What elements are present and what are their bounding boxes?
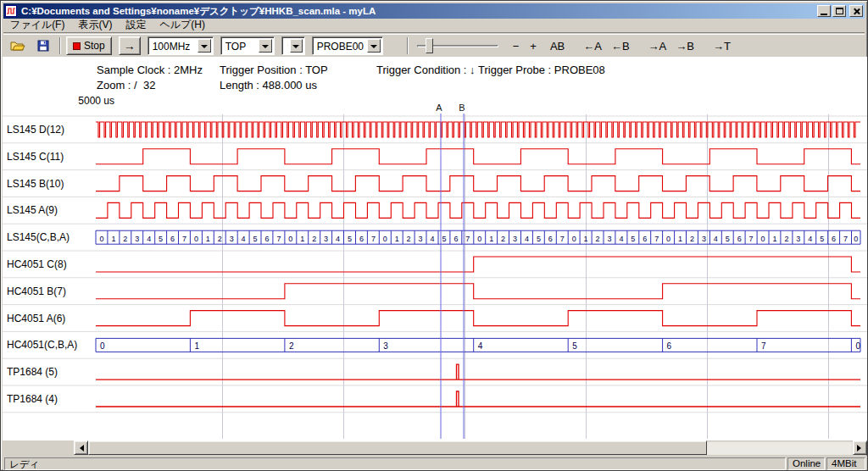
bus-value: 5 <box>572 341 577 351</box>
marker-label-a: A <box>436 103 442 113</box>
bus-value: 0 <box>100 341 105 351</box>
stop-button[interactable]: Stop <box>66 36 112 55</box>
app-window: C:¥Documents and Settings¥noname¥デスクトップ¥… <box>0 0 868 471</box>
bus-value: 7 <box>371 235 376 243</box>
bus-value: 5 <box>348 235 352 243</box>
zoom-in-button[interactable]: + <box>527 38 539 54</box>
trigger-position-dropdown-button[interactable] <box>259 39 272 53</box>
scrollbar-track[interactable] <box>88 441 853 455</box>
sample-clock-dropdown-button[interactable] <box>198 39 211 53</box>
save-button[interactable] <box>32 36 54 55</box>
menu-item-settings[interactable]: 設定 <box>119 17 153 34</box>
bus-value: 0 <box>383 235 387 243</box>
ab-button[interactable]: AB <box>548 38 567 54</box>
channel-label-hc4051-c-8[interactable]: HC4051 C(8) <box>7 258 67 270</box>
channel-label-hc4051-b-7[interactable]: HC4051 B(7) <box>7 285 66 297</box>
bus-value: 5 <box>442 235 446 243</box>
maximize-button[interactable] <box>832 5 846 17</box>
goto-b-prev-button[interactable]: ←B <box>609 38 632 54</box>
channel-label-ls145-c-b-a[interactable]: LS145(C,B,A) <box>7 231 70 243</box>
scroll-right-button[interactable] <box>853 441 867 455</box>
stop-label: Stop <box>84 40 105 52</box>
app-icon <box>5 5 19 17</box>
channel-label-hc4051-a-6[interactable]: HC4051 A(6) <box>7 313 65 324</box>
toolbar: Stop → 100MHzTOP↑PROBE00 −+AB←A←B→A→B→T <box>3 34 865 57</box>
channel-labels: LS145 D(12)LS145 C(11)LS145 B(10)LS145 A… <box>3 57 92 441</box>
bus-value: 7 <box>761 341 766 351</box>
channel-label-tp1684-4[interactable]: TP1684 (4) <box>7 393 58 405</box>
sample-clock-value: 100MHz <box>148 37 196 54</box>
slider-thumb[interactable] <box>426 38 433 53</box>
channel-label-hc4051-c-b-a[interactable]: HC4051(C,B,A) <box>7 339 77 351</box>
bus-value: 3 <box>383 341 388 351</box>
trigger-edge-dropdown-button[interactable] <box>290 39 303 53</box>
minimize-icon <box>821 14 827 15</box>
goto-trigger-button[interactable]: →T <box>710 38 733 54</box>
maximize-icon <box>836 8 843 14</box>
scrollbar-thumb[interactable] <box>88 441 707 455</box>
bus-value: 0 <box>855 341 860 351</box>
bus-value: 5 <box>253 235 258 243</box>
bus-value: 1 <box>489 235 493 243</box>
trigger-edge-combo[interactable]: ↑ <box>281 36 305 55</box>
waveform-tp1684-4 <box>96 391 860 407</box>
bus-value: 1 <box>300 235 304 243</box>
bus-value: 2 <box>784 235 788 243</box>
channel-label-ls145-b-10[interactable]: LS145 B(10) <box>7 178 64 190</box>
menu-item-view[interactable]: 表示(V) <box>71 17 119 34</box>
waveform-hc4051-c-8 <box>96 257 860 272</box>
scroll-left-button[interactable] <box>74 441 88 455</box>
bus-value: 2 <box>690 235 694 243</box>
bus-value: 7 <box>465 235 470 243</box>
goto-a-next-button[interactable]: →A <box>646 38 670 54</box>
waveform-ls145-c-11 <box>96 149 860 164</box>
window-title: C:¥Documents and Settings¥noname¥デスクトップ¥… <box>21 5 814 18</box>
menu-item-help[interactable]: ヘルプ(H) <box>153 17 212 34</box>
channel-label-tp1684-5[interactable]: TP1684 (5) <box>7 366 58 378</box>
bus-value: 6 <box>264 235 269 243</box>
bus-value: 6 <box>453 235 458 243</box>
trigger-position-value: TOP <box>221 37 257 54</box>
menu-item-file[interactable]: ファイル(F) <box>3 17 71 34</box>
bus-value: 3 <box>230 235 234 243</box>
bus-value: 5 <box>820 235 824 243</box>
arrow-right-icon <box>857 445 865 452</box>
bus-value: 6 <box>667 341 672 351</box>
zoom-slider[interactable] <box>415 36 500 55</box>
status-bar: レディ Online 4MBit <box>3 456 867 470</box>
trigger-position-combo[interactable]: TOP <box>220 36 275 55</box>
trigger-edge-value: ↑ <box>282 37 288 54</box>
bus-value: 3 <box>324 235 328 243</box>
arrow-left-icon <box>76 445 84 452</box>
channel-label-ls145-c-11[interactable]: LS145 C(11) <box>7 151 64 163</box>
stop-icon <box>73 42 81 50</box>
goto-a-prev-button[interactable]: ←A <box>581 38 604 54</box>
minimize-button[interactable] <box>817 5 831 17</box>
close-button[interactable] <box>849 5 863 17</box>
channel-label-ls145-a-9[interactable]: LS145 A(9) <box>7 204 58 216</box>
sample-clock-combo[interactable]: 100MHz <box>147 36 214 55</box>
bus-value: 1 <box>395 235 399 243</box>
bus-value: 1 <box>678 235 682 243</box>
channel-label-ls145-d-12[interactable]: LS145 D(12) <box>7 124 64 136</box>
bus-value: 7 <box>654 235 659 243</box>
zoom-out-button[interactable]: − <box>510 38 522 54</box>
scrollbar-corner <box>3 441 74 455</box>
horizontal-scrollbar[interactable] <box>3 441 867 455</box>
chevron-down-icon <box>370 45 377 52</box>
bus-value: 4 <box>714 235 718 243</box>
bus-value: 4 <box>242 235 246 243</box>
bus-value: 4 <box>336 235 340 243</box>
bus-value: 7 <box>843 235 848 243</box>
run-button[interactable]: → <box>119 36 141 55</box>
waveform-ls145-b-10 <box>96 176 860 191</box>
toolbar-buttons: −+AB←A←B→A→B→T <box>500 38 733 54</box>
trigger-probe-combo[interactable]: PROBE00 <box>312 36 383 55</box>
menu-bar: ファイル(F)表示(V)設定ヘルプ(H) <box>3 19 865 33</box>
trigger-probe-dropdown-button[interactable] <box>367 39 381 53</box>
goto-b-next-button[interactable]: →B <box>673 38 697 54</box>
bus-value: 3 <box>607 235 611 243</box>
bus-value: 3 <box>796 235 800 243</box>
status-message: レディ <box>4 457 786 470</box>
open-button[interactable] <box>7 36 29 55</box>
